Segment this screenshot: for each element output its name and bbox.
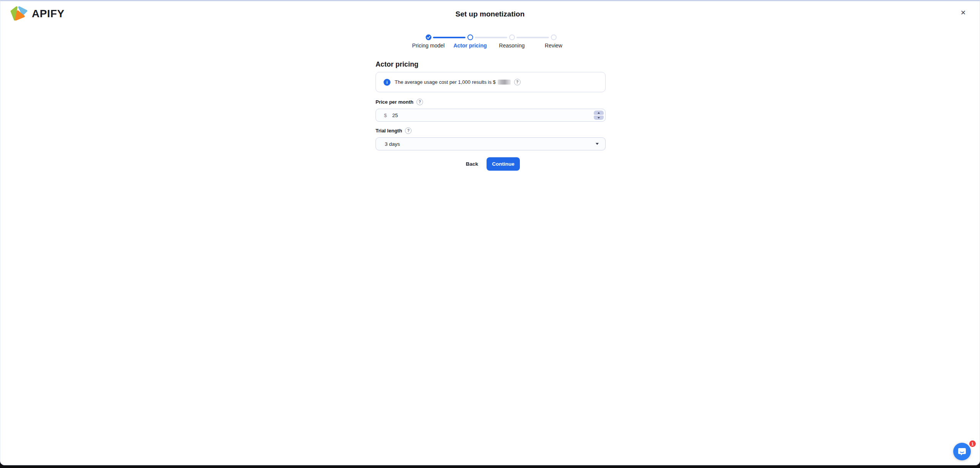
spinner-down-button[interactable] <box>594 116 604 120</box>
arrow-down-icon <box>598 117 600 119</box>
check-icon <box>427 36 430 39</box>
screen: APIFY Set up monetization ✕ Pricing mode… <box>0 0 980 468</box>
help-icon[interactable]: ? <box>405 127 412 134</box>
spinner-up-button[interactable] <box>594 111 604 115</box>
trial-length-selected-value: 3 days <box>385 141 400 147</box>
close-icon: ✕ <box>960 9 966 16</box>
info-icon: i <box>384 79 390 86</box>
trial-length-select[interactable]: 3 days <box>376 137 606 150</box>
info-banner-text: The average usage cost per 1,000 results… <box>395 79 496 85</box>
help-icon[interactable]: ? <box>514 79 521 85</box>
form-actions: Back Continue <box>376 157 606 171</box>
chat-launcher-button[interactable] <box>953 443 971 460</box>
chevron-down-icon <box>596 143 599 145</box>
step-indicator <box>426 34 431 40</box>
step-indicator <box>509 34 515 40</box>
price-per-month-field[interactable]: $ <box>376 109 606 122</box>
step-indicator <box>467 34 473 40</box>
stepper: Pricing model Actor pricing Reasoning Re… <box>425 34 557 51</box>
price-per-month-label-row: Price per month ? <box>376 99 423 105</box>
close-button[interactable]: ✕ <box>957 7 969 19</box>
continue-button[interactable]: Continue <box>487 157 520 171</box>
monetization-page: APIFY Set up monetization ✕ Pricing mode… <box>0 0 980 465</box>
back-button[interactable]: Back <box>457 157 487 171</box>
chat-icon <box>957 447 967 456</box>
chat-unread-badge: 1 <box>969 440 976 447</box>
price-per-month-label: Price per month <box>376 99 413 105</box>
currency-prefix: $ <box>384 113 387 118</box>
page-title: Set up monetization <box>0 10 980 18</box>
trial-length-label: Trial length <box>376 128 402 134</box>
step-label: Review <box>525 42 582 49</box>
help-icon[interactable]: ? <box>416 99 423 105</box>
step-indicator <box>551 34 557 40</box>
section-heading: Actor pricing <box>376 60 418 68</box>
number-stepper <box>594 111 604 120</box>
stepper-step-review: Review <box>525 34 582 49</box>
redacted-value <box>498 80 511 85</box>
trial-length-label-row: Trial length ? <box>376 127 412 134</box>
price-input[interactable] <box>392 113 590 118</box>
info-banner: i The average usage cost per 1,000 resul… <box>376 72 606 92</box>
arrow-up-icon <box>598 112 600 114</box>
